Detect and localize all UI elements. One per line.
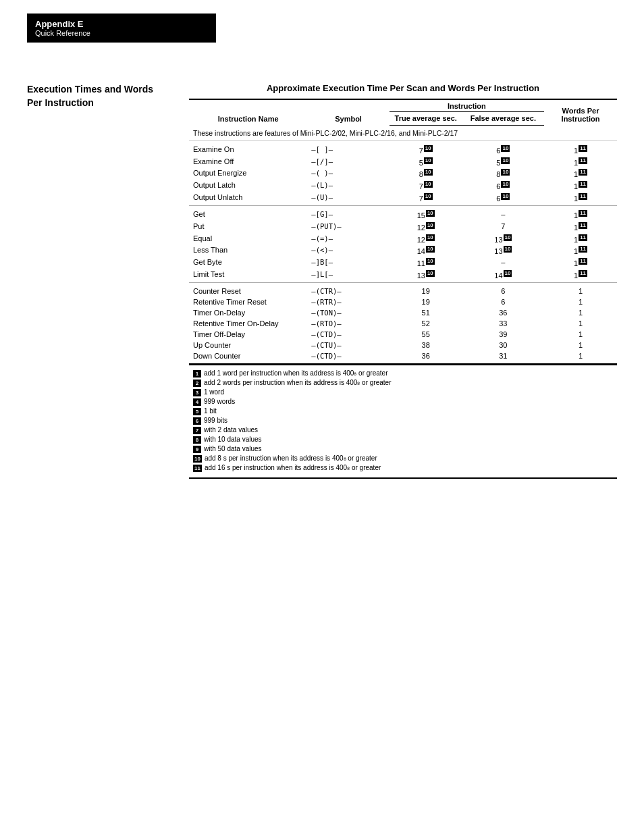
col-header-instruction-group: Instruction xyxy=(390,99,544,112)
false-val-cell: 6 xyxy=(462,297,544,308)
footnote-item: 31 word xyxy=(193,388,613,396)
instruction-name-cell: Retentive Timer On-Delay xyxy=(189,319,307,330)
footnote-item: 9with 50 data values xyxy=(193,445,613,453)
symbol-cell: –(U)– xyxy=(307,192,389,206)
instruction-name-cell: Output Latch xyxy=(189,180,307,192)
table-row: Get Byte–]B[–1110–111 xyxy=(189,257,617,269)
footnote-badge: 1 xyxy=(193,370,201,377)
table-row: Examine On–[ ]–710610111 xyxy=(189,141,617,157)
symbol-cell: –(CTR)– xyxy=(307,283,389,298)
instruction-name-cell: Retentive Timer Reset xyxy=(189,297,307,308)
instruction-name-cell: Put xyxy=(189,221,307,234)
footnote-item: 6999 bits xyxy=(193,417,613,425)
false-val-cell: 610 xyxy=(462,141,544,157)
footnote-item: 1add 1 word per instruction when its add… xyxy=(193,369,613,377)
symbol-cell: –(<)– xyxy=(307,245,389,257)
words-cell: 111 xyxy=(544,141,617,157)
footnote-item: 11add 16 s per instruction when its addr… xyxy=(193,464,613,472)
footnote-text: with 50 data values xyxy=(204,445,262,452)
false-badge: 10 xyxy=(501,145,510,152)
words-badge: 11 xyxy=(579,270,587,277)
words-cell: 1 xyxy=(544,308,617,319)
section-title: Execution Times and Words Per Instructio… xyxy=(27,83,169,109)
footnote-text: add 8 s per instruction when its address… xyxy=(205,454,377,462)
instruction-name-cell: Up Counter xyxy=(189,340,307,351)
instruction-span-header-row: Instruction Name Symbol Instruction Word… xyxy=(189,99,617,112)
footnote-text: 1 word xyxy=(204,388,224,396)
footnote-text: with 10 data values xyxy=(204,436,262,443)
words-cell: 111 xyxy=(544,234,617,246)
symbol-cell: –[ ]– xyxy=(307,141,389,157)
words-badge: 11 xyxy=(579,145,587,152)
right-content: Approximate Execution Time Per Scan and … xyxy=(189,83,617,479)
true-val-cell: 1110 xyxy=(390,257,462,269)
words-cell: 1 xyxy=(544,340,617,351)
true-val-cell: 36 xyxy=(390,351,462,364)
false-val-cell: 610 xyxy=(462,180,544,192)
true-badge: 10 xyxy=(424,193,433,200)
main-table: Instruction Name Symbol Instruction Word… xyxy=(189,99,617,365)
instruction-name-cell: Output Energize xyxy=(189,168,307,180)
true-val-cell: 55 xyxy=(390,330,462,340)
symbol-cell: –(CTD)– xyxy=(307,330,389,340)
footnote-badge: 9 xyxy=(193,446,201,453)
appendix-subtitle: Quick Reference xyxy=(35,29,208,37)
true-val-cell: 1410 xyxy=(390,245,462,257)
footnote-badge: 8 xyxy=(193,436,201,444)
table-row: Retentive Timer Reset–(RTR)–1961 xyxy=(189,297,617,308)
symbol-cell: –(TON)– xyxy=(307,308,389,319)
footnote-badge: 11 xyxy=(193,465,202,472)
footnote-badge: 7 xyxy=(193,427,201,434)
false-badge: 10 xyxy=(501,157,510,164)
words-badge: 11 xyxy=(579,222,587,229)
true-val-cell: 1210 xyxy=(390,234,462,246)
footnote-text: add 2 words per instruction when its add… xyxy=(204,379,391,386)
false-badge: 10 xyxy=(504,270,512,277)
left-title: Execution Times and Words Per Instructio… xyxy=(27,83,169,109)
table-row: Up Counter–(CTU)–38301 xyxy=(189,340,617,351)
col-header-instruction-name: Instruction Name xyxy=(189,99,307,126)
false-val-cell: 810 xyxy=(462,168,544,180)
footnote-badge: 2 xyxy=(193,380,201,387)
symbol-cell: –]L[– xyxy=(307,269,389,283)
table-row: Output Latch–(L)–710610111 xyxy=(189,180,617,192)
true-badge: 10 xyxy=(426,246,435,253)
table-row: Examine Off–[/]–510510111 xyxy=(189,157,617,169)
words-badge: 11 xyxy=(579,181,587,188)
false-val-cell: 7 xyxy=(462,221,544,234)
footnote-badge: 10 xyxy=(193,455,202,463)
true-badge: 10 xyxy=(426,222,435,229)
true-badge: 10 xyxy=(424,157,433,164)
symbol-cell: –(CTD)– xyxy=(307,351,389,364)
table-row: Limit Test–]L[–13101410111 xyxy=(189,269,617,283)
false-badge: 10 xyxy=(501,169,510,176)
footnote-text: add 16 s per instruction when its addres… xyxy=(205,464,381,471)
false-badge: 10 xyxy=(504,246,512,253)
table-heading: Approximate Execution Time Per Scan and … xyxy=(189,83,617,93)
words-cell: 1 xyxy=(544,283,617,298)
true-badge: 10 xyxy=(424,169,433,176)
words-cell: 111 xyxy=(544,221,617,234)
symbol-cell: –(RTR)– xyxy=(307,297,389,308)
words-cell: 111 xyxy=(544,168,617,180)
true-val-cell: 710 xyxy=(390,180,462,192)
true-val-cell: 710 xyxy=(390,192,462,206)
symbol-cell: –(PUT)– xyxy=(307,221,389,234)
instruction-name-cell: Output Unlatch xyxy=(189,192,307,206)
words-cell: 111 xyxy=(544,157,617,169)
features-note-cell: These instructions are features of Mini-… xyxy=(189,126,617,141)
words-badge: 11 xyxy=(579,193,587,200)
true-val-cell: 19 xyxy=(390,283,462,298)
footnote-item: 2add 2 words per instruction when its ad… xyxy=(193,379,613,387)
words-cell: 111 xyxy=(544,257,617,269)
true-val-cell: 1210 xyxy=(390,221,462,234)
table-row: Timer On-Delay–(TON)–51361 xyxy=(189,308,617,319)
true-val-cell: 52 xyxy=(390,319,462,330)
words-cell: 111 xyxy=(544,245,617,257)
footnote-text: 999 bits xyxy=(204,417,227,424)
words-cell: 111 xyxy=(544,269,617,283)
false-val-cell: 1310 xyxy=(462,234,544,246)
footnotes: 1add 1 word per instruction when its add… xyxy=(189,365,617,479)
footnote-item: 7with 2 data values xyxy=(193,426,613,434)
col-header-true: True average sec. xyxy=(390,112,462,126)
